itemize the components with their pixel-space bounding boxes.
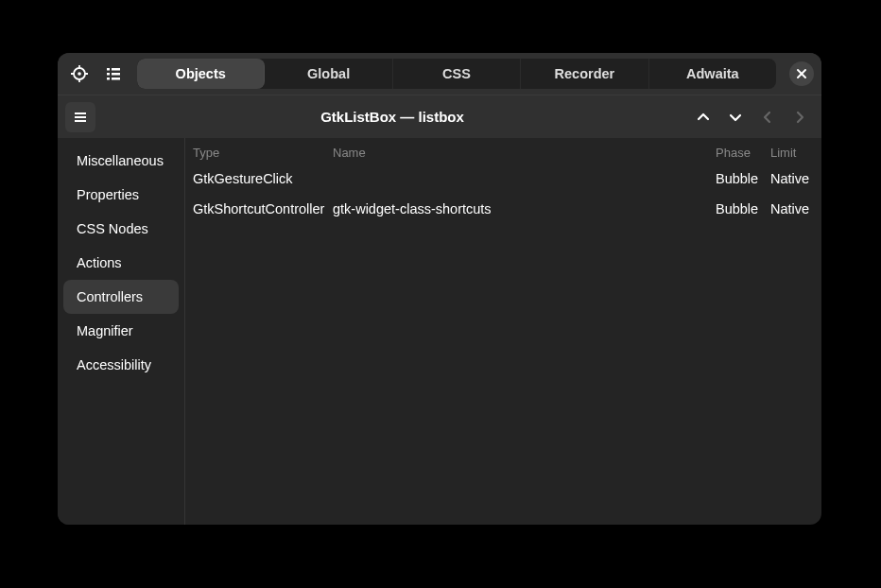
hamburger-icon [73,110,88,125]
tab-label: Global [307,66,350,81]
tree-icon-button[interactable] [99,60,128,88]
tab-global[interactable]: Global [265,59,392,89]
sidebar-item-label: Properties [77,187,139,202]
cell-name: gtk-widget-class-shortcuts [333,201,716,216]
sidebar-item-label: Accessibility [77,357,151,372]
svg-rect-8 [107,73,110,76]
sidebar-item-properties[interactable]: Properties [63,178,179,212]
sidebar-item-magnifier[interactable]: Magnifier [63,314,179,348]
chevron-down-icon [728,110,743,125]
cell-limit: Native [770,201,821,216]
svg-rect-14 [75,112,86,114]
cell-type: GtkShortcutController [185,201,333,216]
nav-group [689,103,814,131]
table-header: Type Name Phase Limit [185,138,821,164]
svg-rect-6 [107,68,110,71]
table-row[interactable]: GtkShortcutController gtk-widget-class-s… [185,194,821,224]
header-bar: Objects Global CSS Recorder Adwaita [58,53,821,95]
chevron-right-icon [792,110,807,125]
sub-header-bar: GtkListBox — listbox [58,95,821,138]
menu-button[interactable] [65,102,95,132]
svg-rect-10 [107,78,110,80]
sidebar-item-label: CSS Nodes [77,221,148,236]
content-area: Miscellaneous Properties CSS Nodes Actio… [58,138,821,525]
tab-label: Objects [176,66,226,81]
nav-forward-button[interactable] [786,103,814,131]
tab-adwaita[interactable]: Adwaita [649,59,776,89]
cell-phase: Bubble [716,171,770,186]
page-title: GtkListBox — listbox [95,109,689,125]
inspector-window: Objects Global CSS Recorder Adwaita GtkL… [58,53,821,525]
svg-rect-16 [75,120,86,122]
tab-label: CSS [442,66,471,81]
svg-point-1 [78,72,81,76]
svg-rect-7 [112,68,120,71]
nav-down-button[interactable] [721,103,750,131]
tab-recorder[interactable]: Recorder [521,59,648,89]
column-header-name[interactable]: Name [333,146,716,160]
sidebar-item-label: Controllers [77,289,143,304]
close-icon [796,68,807,79]
column-header-phase[interactable]: Phase [716,146,770,160]
sidebar-item-miscellaneous[interactable]: Miscellaneous [63,144,179,178]
sidebar-item-controllers[interactable]: Controllers [63,280,179,314]
sidebar-item-label: Magnifier [77,323,133,338]
sidebar-item-label: Miscellaneous [77,153,164,168]
chevron-up-icon [696,110,711,125]
cell-limit: Native [770,171,821,186]
tab-objects[interactable]: Objects [137,59,265,89]
chevron-left-icon [760,110,775,125]
svg-rect-9 [112,73,120,76]
close-button[interactable] [789,61,814,86]
tab-label: Adwaita [686,66,739,81]
cell-phase: Bubble [716,201,770,216]
sidebar: Miscellaneous Properties CSS Nodes Actio… [58,138,184,525]
svg-rect-11 [112,78,120,80]
sidebar-item-actions[interactable]: Actions [63,246,179,280]
nav-back-button[interactable] [753,103,782,131]
nav-up-button[interactable] [689,103,717,131]
sidebar-item-css-nodes[interactable]: CSS Nodes [63,212,179,246]
tab-switcher: Objects Global CSS Recorder Adwaita [137,59,776,89]
table-row[interactable]: GtkGestureClick Bubble Native [185,164,821,194]
cell-name [333,171,716,186]
sidebar-item-accessibility[interactable]: Accessibility [63,348,179,382]
cell-type: GtkGestureClick [185,171,333,186]
main-panel: Type Name Phase Limit GtkGestureClick Bu… [184,138,821,525]
target-icon-button[interactable] [65,60,94,88]
column-header-type[interactable]: Type [185,146,333,160]
tab-css[interactable]: CSS [393,59,521,89]
svg-rect-15 [75,116,86,118]
column-header-limit[interactable]: Limit [770,146,821,160]
tab-label: Recorder [555,66,615,81]
sidebar-item-label: Actions [77,255,122,270]
